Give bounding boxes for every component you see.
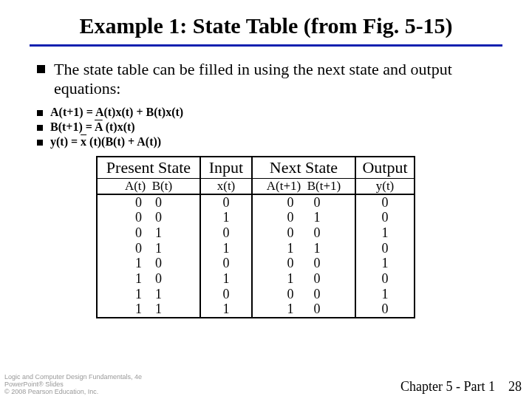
slide-title: Example 1: State Table (from Fig. 5-15) xyxy=(0,0,532,44)
cell-output: 0 xyxy=(355,194,415,211)
bullet-square-icon xyxy=(37,140,43,146)
footer-page-number: 28 xyxy=(508,379,522,395)
main-bullet: The state table can be filled in using t… xyxy=(0,60,532,106)
table-row: 0 000 00 xyxy=(97,194,415,211)
cell-output: 1 xyxy=(355,225,415,241)
cell-next: 0 0 xyxy=(252,256,355,271)
cell-input: 0 xyxy=(200,287,252,302)
footer-chapter: Chapter 5 - Part 1 xyxy=(400,379,495,395)
state-table-wrap: Present State Input Next State Output A(… xyxy=(0,150,532,318)
cell-present: 0 0 xyxy=(97,210,200,225)
cell-present: 1 1 xyxy=(97,301,200,318)
cell-present: 0 0 xyxy=(97,194,200,211)
col-output: Output xyxy=(355,157,415,179)
sub-output: y(t) xyxy=(355,179,415,194)
cell-next: 1 0 xyxy=(252,301,355,318)
equation-b-text: B(t+1) = A (t)x(t) xyxy=(50,120,135,134)
table-row: 1 111 00 xyxy=(97,301,415,318)
equation-a-text: A(t+1) = A(t)x(t) + B(t)x(t) xyxy=(50,106,183,119)
cell-output: 0 xyxy=(355,301,415,318)
table-header-row: Present State Input Next State Output xyxy=(97,157,415,179)
sub-input: x(t) xyxy=(200,179,252,194)
bullet-square-icon xyxy=(37,125,43,131)
cell-present: 1 0 xyxy=(97,271,200,287)
col-next-state: Next State xyxy=(252,157,355,179)
table-subheader-row: A(t) B(t) x(t) A(t+1) B(t+1) y(t) xyxy=(97,179,415,194)
bullet-square-icon xyxy=(37,110,43,116)
cell-input: 1 xyxy=(200,271,252,287)
sub-present: A(t) B(t) xyxy=(97,179,200,194)
cell-next: 0 0 xyxy=(252,194,355,211)
cell-output: 1 xyxy=(355,287,415,302)
cell-input: 1 xyxy=(200,241,252,256)
cell-present: 1 1 xyxy=(97,287,200,302)
table-row: 0 010 10 xyxy=(97,210,415,225)
cell-output: 0 xyxy=(355,271,415,287)
cell-next: 0 1 xyxy=(252,210,355,225)
cell-next: 1 0 xyxy=(252,271,355,287)
cell-input: 1 xyxy=(200,210,252,225)
sub-next: A(t+1) B(t+1) xyxy=(252,179,355,194)
table-row: 1 000 01 xyxy=(97,256,415,271)
col-present-state: Present State xyxy=(97,157,200,179)
footer-credit: Logic and Computer Design Fundamentals, … xyxy=(4,374,142,396)
cell-input: 0 xyxy=(200,256,252,271)
equation-a: A(t+1) = A(t)x(t) + B(t)x(t) xyxy=(0,106,532,120)
cell-output: 0 xyxy=(355,241,415,256)
equation-y-text: y(t) = x (t)(B(t) + A(t)) xyxy=(50,135,161,149)
cell-present: 0 1 xyxy=(97,241,200,256)
table-row: 1 011 00 xyxy=(97,271,415,287)
cell-input: 0 xyxy=(200,194,252,211)
cell-input: 0 xyxy=(200,225,252,241)
cell-input: 1 xyxy=(200,301,252,318)
col-input: Input xyxy=(200,157,252,179)
cell-output: 0 xyxy=(355,210,415,225)
table-row: 0 100 01 xyxy=(97,225,415,241)
bullet-square-icon xyxy=(37,65,45,73)
cell-output: 1 xyxy=(355,256,415,271)
state-table: Present State Input Next State Output A(… xyxy=(96,156,415,318)
table-row: 1 100 01 xyxy=(97,287,415,302)
table-row: 0 111 10 xyxy=(97,241,415,256)
title-rule xyxy=(30,44,502,47)
equation-b: B(t+1) = A (t)x(t) xyxy=(0,120,532,135)
cell-present: 1 0 xyxy=(97,256,200,271)
cell-next: 0 0 xyxy=(252,287,355,302)
main-bullet-text: The state table can be filled in using t… xyxy=(54,60,495,98)
cell-next: 0 0 xyxy=(252,225,355,241)
cell-present: 0 1 xyxy=(97,225,200,241)
equation-y: y(t) = x (t)(B(t) + A(t)) xyxy=(0,135,532,150)
cell-next: 1 1 xyxy=(252,241,355,256)
